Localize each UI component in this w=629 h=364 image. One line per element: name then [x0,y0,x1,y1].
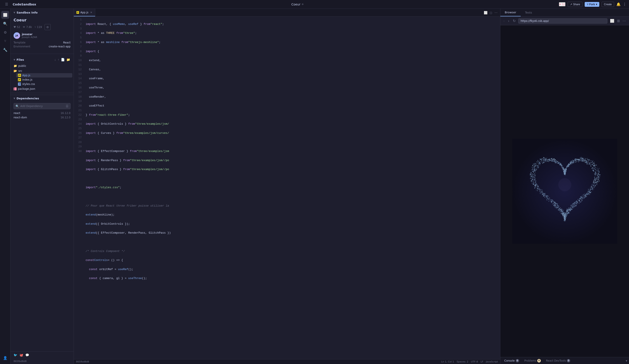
folder-public-row[interactable]: 📁 public [12,64,72,68]
svg-point-922 [557,208,557,209]
svg-point-1904 [554,204,555,204]
refresh-button[interactable]: ↻ [512,18,516,24]
share-button[interactable]: ↗ Share [568,2,583,7]
js-file-icon: JS [18,74,21,77]
svg-point-2049 [532,183,532,183]
svg-point-297 [536,183,537,183]
svg-point-856 [542,194,542,195]
views-count: 7.8k [26,25,32,29]
search-nav-button[interactable]: 🔍 [1,20,9,27]
svg-point-823 [574,203,575,203]
twitter-icon[interactable]: 🐦 [13,353,17,357]
svg-point-664 [542,192,542,193]
tab-console[interactable]: Console 0 [502,357,521,364]
file-indexjs[interactable]: JS index.js [16,78,72,82]
upload-file-button[interactable]: ↑ [57,57,60,62]
svg-point-1515 [557,206,557,207]
svg-point-2135 [564,218,565,218]
svg-point-2102 [569,162,570,163]
git-nav-button[interactable]: ⑂ [1,37,9,45]
svg-point-1496 [553,160,554,161]
file-appjs[interactable]: JS App.js [16,73,72,78]
svg-point-1955 [597,171,598,172]
svg-point-1726 [548,199,549,200]
create-button[interactable]: Create [602,2,614,7]
status-eol: LF [480,360,483,363]
svg-point-2057 [579,158,580,158]
file-stylescss[interactable]: CSS styles.css [16,82,72,86]
files-nav-button[interactable]: ⬜ [1,11,9,19]
svg-point-1967 [534,177,534,178]
sandbox-info-header[interactable]: ▼ Sandbox Info [10,9,74,16]
svg-point-1284 [535,165,536,165]
svg-point-482 [556,206,556,207]
hamburger-button[interactable]: ☰ [2,0,10,8]
tab-close-button[interactable]: ✕ [90,11,92,14]
file-packagejson[interactable]: { } package.json [12,87,72,91]
new-folder-button[interactable]: 📁 [66,57,71,62]
split-editor-button[interactable]: ⬜ [483,10,488,15]
svg-point-1889 [585,158,586,159]
svg-point-1366 [566,210,567,211]
svg-point-1265 [534,166,534,167]
main-layout: ⬜ 🔍 ⚙ ⑂ 🔧 👤 ▼ Sandbox Info Coeur [0,9,629,364]
svg-point-2155 [581,158,582,159]
more-tabs-button[interactable]: ⋯ [494,10,498,15]
svg-point-1004 [541,192,541,193]
svg-point-1403 [537,187,537,188]
code-line-3: import * as meshline from "threejs-meshl… [84,40,500,45]
zen-mode-button[interactable]: ◻ [489,10,493,15]
svg-point-1434 [569,211,569,212]
sandbox-settings-button[interactable]: ⚙ [44,24,51,30]
svg-point-920 [536,165,536,165]
folder-src-row[interactable]: 📂 src [12,69,72,73]
svg-point-2001 [539,163,540,164]
fork-button[interactable]: ⑂ Fork ▾ [585,2,599,7]
files-header[interactable]: ▼ Files ↓ ↑ 📄 📁 [10,56,74,64]
fork-icon: ⑂ [587,3,588,6]
notifications-button[interactable]: 🔔 [616,2,621,6]
tab-react-devtools[interactable]: React DevTools 0 [544,357,572,364]
url-input[interactable] [518,18,607,24]
back-button[interactable]: ‹ [502,18,505,24]
svg-point-1122 [566,213,567,214]
more-options-button[interactable]: ⋮ [623,2,627,6]
svg-point-2019 [563,215,564,215]
svg-point-2126 [536,190,536,190]
console-collapse-button[interactable]: ▾ [626,359,627,363]
svg-point-1742 [566,217,566,217]
svg-point-2103 [579,159,580,160]
share-icon: ↗ [570,3,572,6]
code-line-15: import { EffectComposer } from "three/ex… [84,149,500,154]
browser-more-button[interactable]: ⋯ [622,18,627,24]
dep-list-button[interactable]: ☰ [66,104,69,108]
tab-tests[interactable]: Tests [521,9,536,16]
like-button[interactable]: ♥ 52 [559,2,565,6]
discord-icon[interactable]: 💬 [25,353,29,357]
github-icon[interactable]: 🐙 [19,353,23,357]
download-file-button[interactable]: ↓ [54,57,56,62]
svg-point-119 [536,164,536,165]
open-new-window-button[interactable]: ⬜ [609,18,615,24]
browser-layout-button[interactable]: ⊞ [616,18,621,24]
tab-browser[interactable]: Browser [500,9,521,16]
search-dep-input[interactable] [20,105,64,108]
svg-point-329 [534,167,535,167]
deps-header[interactable]: ▼ Dependencies [10,95,74,102]
extensions-nav-button[interactable]: 🔧 [1,46,9,54]
account-nav-button[interactable]: 👤 [1,354,9,362]
settings-nav-button[interactable]: ⚙ [1,28,9,36]
svg-point-1697 [594,171,595,171]
svg-point-1035 [572,160,573,160]
new-file-button[interactable]: 📄 [60,57,65,62]
svg-point-1743 [534,185,535,185]
forward-button[interactable]: › [507,18,510,24]
svg-point-1026 [594,174,595,174]
tab-problems[interactable]: Problems 0 [522,357,543,364]
code-content[interactable]: import React, { useMemo, useRef } from "… [84,17,500,359]
svg-point-1763 [535,163,536,164]
svg-point-1961 [555,162,555,162]
svg-point-1779 [583,158,583,159]
tab-appjs[interactable]: JS App.js ✕ [74,9,95,16]
svg-point-1313 [597,170,598,171]
